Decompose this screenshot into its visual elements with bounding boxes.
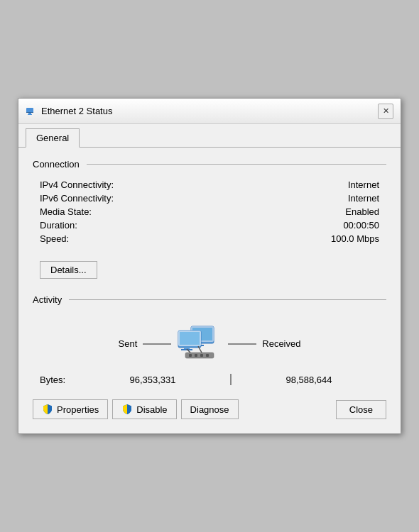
svg-rect-0: [26, 108, 33, 113]
window-close-button[interactable]: ✕: [378, 104, 393, 119]
activity-section-header: Activity: [33, 294, 386, 305]
table-row: Duration: 00:00:50: [33, 218, 386, 232]
connection-section-header: Connection: [33, 159, 386, 170]
svg-rect-2: [28, 113, 31, 114]
activity-section-title: Activity: [33, 294, 62, 305]
activity-section-line: [69, 299, 386, 300]
ipv4-value: Internet: [348, 179, 379, 190]
properties-button[interactable]: Properties: [33, 399, 108, 419]
diagnose-button[interactable]: Diagnose: [181, 399, 239, 419]
svg-rect-12: [184, 346, 190, 349]
svg-rect-3: [28, 114, 32, 115]
bytes-row: Bytes: 96,353,331 98,588,644: [33, 371, 386, 388]
table-row: IPv6 Connectivity: Internet: [33, 192, 386, 205]
title-bar: Ethernet 2 Status ✕: [18, 99, 401, 124]
ipv6-value: Internet: [348, 193, 379, 204]
svg-rect-11: [180, 332, 200, 345]
svg-rect-17: [200, 354, 203, 357]
sent-label: Sent: [119, 338, 138, 349]
bytes-sent-value: 96,353,331: [82, 375, 223, 385]
shield-icon-disable: [121, 404, 133, 415]
bytes-label: Bytes:: [40, 375, 82, 385]
bottom-left-buttons: Properties Disable Diagnose: [33, 399, 239, 419]
duration-value: 00:00:50: [343, 220, 379, 231]
sent-line: [143, 343, 171, 345]
activity-section: Activity Sent: [33, 294, 386, 388]
table-row: IPv4 Connectivity: Internet: [33, 178, 386, 192]
duration-label: Duration:: [40, 220, 77, 231]
properties-label: Properties: [57, 404, 99, 415]
window-icon: [26, 106, 37, 117]
bytes-received-value: 98,588,644: [239, 375, 379, 385]
tab-general[interactable]: General: [26, 128, 80, 148]
speed-value: 100.0 Mbps: [331, 233, 379, 244]
ipv6-label: IPv6 Connectivity:: [40, 193, 114, 204]
table-row: Media State: Enabled: [33, 205, 386, 218]
media-state-label: Media State:: [40, 206, 92, 217]
svg-rect-18: [206, 354, 209, 357]
svg-rect-16: [195, 354, 197, 357]
window-title: Ethernet 2 Status: [41, 106, 112, 116]
bytes-divider: [230, 374, 232, 385]
close-button[interactable]: Close: [336, 400, 386, 419]
shield-icon: [42, 404, 53, 415]
disable-button[interactable]: Disable: [112, 399, 176, 419]
media-state-value: Enabled: [345, 206, 379, 217]
svg-rect-1: [26, 112, 33, 113]
network-computers-icon: [171, 321, 228, 367]
diagnose-label: Diagnose: [190, 404, 229, 415]
network-visual: Sent: [33, 314, 386, 371]
tabs-container: General: [18, 124, 401, 148]
bottom-buttons: Properties Disable Diagnose Close: [33, 399, 386, 419]
title-bar-left: Ethernet 2 Status: [26, 106, 112, 117]
tab-content: Connection IPv4 Connectivity: Internet I…: [18, 148, 401, 433]
ipv4-label: IPv4 Connectivity:: [40, 179, 114, 190]
received-line: [228, 343, 256, 345]
speed-label: Speed:: [40, 233, 69, 244]
svg-rect-15: [189, 354, 192, 357]
details-button[interactable]: Details...: [40, 261, 97, 279]
disable-label: Disable: [136, 404, 167, 415]
connection-section-title: Connection: [33, 159, 80, 170]
received-label: Received: [262, 338, 300, 349]
connection-info-table: IPv4 Connectivity: Internet IPv6 Connect…: [33, 178, 386, 245]
ethernet-status-window: Ethernet 2 Status ✕ General Connection I…: [18, 98, 401, 434]
table-row: Speed: 100.0 Mbps: [33, 232, 386, 245]
connection-section-line: [87, 164, 386, 165]
